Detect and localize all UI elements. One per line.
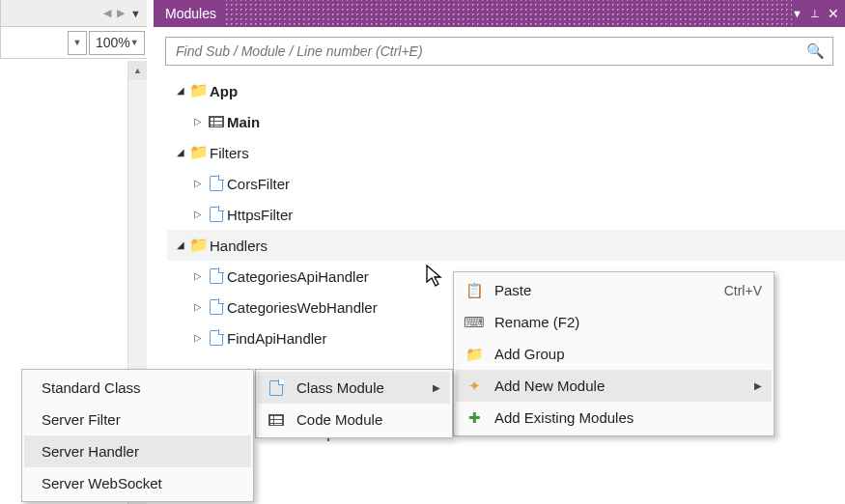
- tree-label: Handlers: [210, 238, 268, 253]
- menu-rename[interactable]: ⌨ Rename (F2): [456, 306, 772, 338]
- chevron-right-icon: ▶: [754, 380, 762, 391]
- menu-server-handler[interactable]: Server Handler: [24, 435, 251, 467]
- tree-label: App: [210, 84, 238, 98]
- panel-title: Modules: [165, 6, 216, 21]
- menu-add-new-module[interactable]: ✦ Add New Module ▶: [456, 370, 772, 402]
- scroll-up-icon[interactable]: ▲: [128, 61, 147, 80]
- menu-class-module[interactable]: Class Module ▶: [258, 372, 450, 404]
- tree-item-main[interactable]: ▷ Main: [167, 106, 845, 137]
- nav-dropdown-icon[interactable]: ▼: [130, 8, 141, 19]
- context-menu-module-type: Class Module ▶ Code Module: [255, 369, 453, 438]
- rename-icon: ⌨: [464, 314, 485, 331]
- menu-add-group[interactable]: 📁 Add Group: [456, 338, 772, 370]
- module-icon: [206, 176, 227, 191]
- menu-standard-class[interactable]: Standard Class: [24, 372, 251, 404]
- tree-label: FindApiHandler: [227, 331, 326, 346]
- menu-paste[interactable]: 📋 Paste Ctrl+V: [456, 274, 772, 306]
- panel-menu-icon[interactable]: ▼: [792, 8, 803, 19]
- paste-icon: 📋: [464, 282, 485, 299]
- tree-item-handlers[interactable]: ◢ 📁 Handlers: [167, 230, 845, 261]
- folder-icon: 📁: [188, 238, 210, 253]
- tree-item-httpsfilter[interactable]: ▷ HttpsFilter: [167, 199, 845, 230]
- tree-item-app[interactable]: ◢ 📁 App: [167, 75, 845, 106]
- search-input[interactable]: [174, 42, 806, 60]
- tree-label: CorsFilter: [227, 177, 290, 191]
- search-icon[interactable]: 🔍: [806, 42, 825, 60]
- tree-item-filters[interactable]: ◢ 📁 Filters: [167, 137, 845, 168]
- zoom-value: 100%: [96, 35, 130, 50]
- nav-back-icon[interactable]: ◀: [103, 7, 111, 19]
- zoom-select[interactable]: 100% ▼: [89, 31, 145, 55]
- module-icon: [266, 380, 287, 396]
- zoom-prev-dropdown[interactable]: ▼: [68, 31, 87, 55]
- menu-add-existing-modules[interactable]: ✚ Add Existing Modules: [456, 402, 772, 434]
- module-icon: [206, 268, 227, 284]
- panel-grip[interactable]: [224, 0, 792, 27]
- folder-icon: 📁: [188, 83, 210, 98]
- panel-header: Modules ▼ ⊥ ✕: [154, 0, 845, 27]
- menu-code-module[interactable]: Code Module: [258, 404, 450, 435]
- grid-icon: [206, 116, 227, 127]
- nav-fwd-icon[interactable]: ▶: [117, 7, 125, 19]
- tree-label: Filters: [210, 146, 249, 160]
- menu-server-filter[interactable]: Server Filter: [24, 404, 251, 435]
- module-icon: [206, 299, 227, 315]
- module-icon: [206, 207, 227, 222]
- tree-label: CategoriesWebHandler: [227, 300, 378, 315]
- module-icon: [206, 330, 227, 346]
- context-menu-class-kind: Standard Class Server Filter Server Hand…: [21, 369, 254, 502]
- panel-close-icon[interactable]: ✕: [828, 6, 839, 21]
- add-existing-icon: ✚: [464, 409, 485, 427]
- add-module-icon: ✦: [464, 378, 485, 395]
- grid-icon: [266, 414, 287, 426]
- panel-pin-icon[interactable]: ⊥: [810, 8, 820, 20]
- tree-label: CategoriesApiHandler: [227, 269, 369, 284]
- tree-label: HttpsFilter: [227, 208, 293, 222]
- context-menu-main: 📋 Paste Ctrl+V ⌨ Rename (F2) 📁 Add Group…: [453, 271, 775, 436]
- tree-item-corsfilter[interactable]: ▷ CorsFilter: [167, 168, 845, 199]
- shortcut-text: Ctrl+V: [724, 283, 762, 298]
- folder-icon: 📁: [188, 145, 210, 160]
- menu-server-websocket[interactable]: Server WebSocket: [24, 467, 251, 499]
- zoom-toolbar: ▼ 100% ▼: [0, 27, 147, 59]
- tree-label: Main: [227, 115, 260, 129]
- nav-toolbar: ◀ ▶ ▼: [0, 0, 147, 27]
- chevron-right-icon: ▶: [433, 382, 440, 393]
- search-box[interactable]: 🔍: [165, 37, 833, 66]
- folder-icon: 📁: [464, 346, 485, 363]
